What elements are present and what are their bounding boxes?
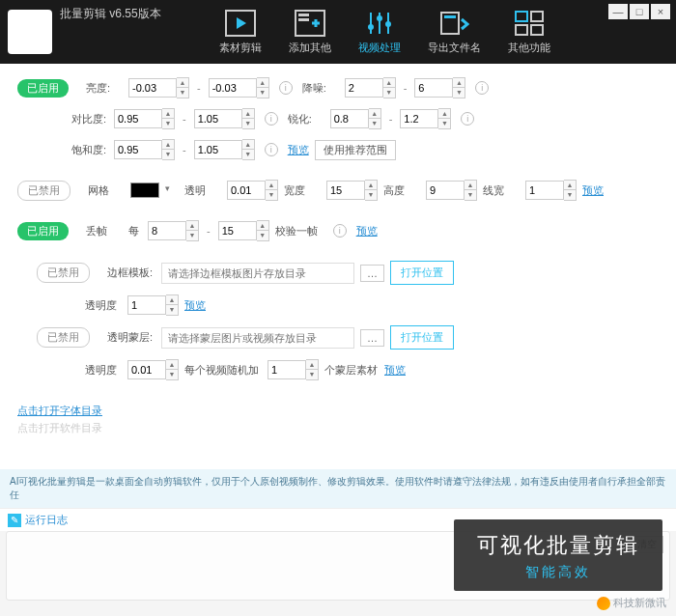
log-icon: ✎ bbox=[8, 514, 21, 527]
toggle-grid[interactable]: 已禁用 bbox=[17, 181, 70, 201]
grid-color[interactable] bbox=[130, 182, 159, 198]
browse-button[interactable]: … bbox=[360, 329, 384, 347]
label-noise: 降噪: bbox=[302, 81, 339, 96]
label-height: 高度 bbox=[383, 183, 420, 198]
toggle-color[interactable]: 已启用 bbox=[17, 79, 69, 98]
browse-button[interactable]: … bbox=[360, 265, 384, 282]
titlebar: 批量剪辑 v6.55版本 素材剪辑 添加其他 视频处理 导出文件名 其他功能 —… bbox=[0, 0, 676, 64]
svg-point-5 bbox=[368, 24, 374, 30]
svg-rect-4 bbox=[298, 18, 309, 21]
grid-width[interactable]: ▲▼ bbox=[326, 180, 378, 201]
toggle-border[interactable]: 已禁用 bbox=[37, 263, 90, 283]
nav-process[interactable]: 视频处理 bbox=[358, 10, 401, 55]
svg-rect-13 bbox=[531, 25, 543, 35]
label-brightness: 亮度: bbox=[86, 81, 123, 96]
label-transparency: 透明度 bbox=[85, 363, 122, 378]
promo-overlay: 可视化批量剪辑 智能高效 bbox=[454, 519, 662, 591]
nav-add[interactable]: 添加其他 bbox=[289, 10, 331, 55]
noise-hi[interactable]: ▲▼ bbox=[414, 77, 465, 98]
label-width: 宽度 bbox=[284, 183, 321, 198]
info-icon[interactable]: i bbox=[461, 112, 474, 126]
label-opacity: 透明 bbox=[184, 183, 221, 198]
label-linewidth: 线宽 bbox=[483, 183, 520, 198]
info-icon[interactable]: i bbox=[265, 143, 278, 156]
log-title: 运行日志 bbox=[25, 513, 68, 527]
grid-linewidth[interactable]: ▲▼ bbox=[525, 180, 577, 201]
preview-link[interactable]: 预览 bbox=[356, 224, 378, 238]
svg-rect-11 bbox=[531, 12, 543, 21]
info-icon[interactable]: i bbox=[279, 81, 293, 95]
app-logo bbox=[8, 10, 52, 54]
preview-link[interactable]: 预览 bbox=[582, 183, 604, 198]
minimize-button[interactable]: — bbox=[608, 4, 628, 19]
drop-lo[interactable]: ▲▼ bbox=[148, 220, 199, 241]
watermark: 科技新微讯 bbox=[597, 596, 666, 610]
disclaimer-text: AI可视化批量剪辑是一款桌面全自动剪辑软件，仅用于个人原创视频制作、修改剪辑效果… bbox=[0, 469, 676, 508]
noise-lo[interactable]: ▲▼ bbox=[345, 77, 396, 98]
label-contrast: 对比度: bbox=[71, 112, 108, 126]
preview-link[interactable]: 预览 bbox=[184, 298, 206, 313]
label-bordertpl: 边框模板: bbox=[107, 266, 155, 280]
sat-hi[interactable]: ▲▼ bbox=[194, 139, 255, 160]
sharpen-hi[interactable]: ▲▼ bbox=[400, 108, 451, 129]
grid-opacity[interactable]: ▲▼ bbox=[227, 180, 278, 201]
svg-rect-10 bbox=[516, 12, 527, 21]
info-icon[interactable]: i bbox=[333, 224, 347, 238]
recommend-button[interactable]: 使用推荐范围 bbox=[315, 140, 396, 160]
open-font-dir-link[interactable]: 点击打开字体目录 bbox=[17, 404, 659, 418]
brightness-hi[interactable]: ▲▼ bbox=[209, 77, 269, 98]
svg-rect-3 bbox=[298, 14, 309, 16]
label-checkone: 校验一帧 bbox=[275, 224, 324, 238]
preview-link[interactable]: 预览 bbox=[288, 143, 309, 157]
label-sharpen: 锐化: bbox=[288, 112, 324, 126]
mask-count[interactable]: ▲▼ bbox=[268, 359, 319, 380]
svg-rect-12 bbox=[516, 25, 527, 35]
nav-other[interactable]: 其他功能 bbox=[508, 10, 550, 55]
mask-opacity[interactable]: ▲▼ bbox=[127, 359, 179, 380]
info-icon[interactable]: i bbox=[265, 112, 278, 126]
label-dropframe: 丢帧 bbox=[86, 224, 123, 238]
content-area: 已启用 亮度: ▲▼ - ▲▼ i 降噪: ▲▼ - ▲▼ i 对比度: ▲▼ … bbox=[0, 64, 676, 469]
info-icon[interactable]: i bbox=[475, 81, 489, 95]
open-location-button[interactable]: 打开位置 bbox=[390, 325, 454, 350]
label-grid: 网格 bbox=[88, 183, 125, 198]
open-location-button[interactable]: 打开位置 bbox=[390, 261, 454, 285]
mask-path[interactable] bbox=[161, 327, 354, 349]
overlay-subtitle: 智能高效 bbox=[477, 564, 639, 581]
toggle-dropframe[interactable]: 已启用 bbox=[17, 222, 69, 240]
overlay-title: 可视化批量剪辑 bbox=[477, 531, 639, 560]
close-button[interactable]: × bbox=[651, 4, 670, 19]
drop-hi[interactable]: ▲▼ bbox=[218, 220, 269, 241]
nav-export[interactable]: 导出文件名 bbox=[428, 10, 481, 55]
svg-point-7 bbox=[385, 21, 391, 27]
contrast-lo[interactable]: ▲▼ bbox=[114, 108, 175, 129]
svg-marker-1 bbox=[237, 17, 246, 29]
label-eachvid: 每个视频随机加 bbox=[184, 363, 262, 378]
label-overlay: 透明蒙层: bbox=[107, 330, 155, 345]
grid-height[interactable]: ▲▼ bbox=[426, 180, 477, 201]
label-per: 每 bbox=[128, 224, 142, 238]
sharpen-lo[interactable]: ▲▼ bbox=[330, 108, 381, 129]
label-transparency: 透明度 bbox=[85, 298, 122, 313]
app-title: 批量剪辑 v6.55版本 bbox=[60, 6, 161, 22]
label-saturation: 饱和度: bbox=[71, 143, 108, 157]
border-path[interactable] bbox=[161, 263, 354, 284]
brightness-lo[interactable]: ▲▼ bbox=[128, 77, 189, 98]
border-opacity[interactable]: ▲▼ bbox=[127, 294, 179, 316]
contrast-hi[interactable]: ▲▼ bbox=[194, 108, 255, 129]
sat-lo[interactable]: ▲▼ bbox=[114, 139, 175, 160]
svg-rect-9 bbox=[444, 15, 456, 18]
label-unit: 个蒙层素材 bbox=[324, 363, 379, 378]
nav-material[interactable]: 素材剪辑 bbox=[219, 10, 262, 55]
toggle-mask[interactable]: 已禁用 bbox=[37, 327, 90, 348]
preview-link[interactable]: 预览 bbox=[384, 363, 406, 378]
maximize-button[interactable]: □ bbox=[630, 4, 649, 19]
disabled-link: 点击打开软件目录 bbox=[17, 421, 659, 435]
svg-point-6 bbox=[377, 15, 382, 21]
